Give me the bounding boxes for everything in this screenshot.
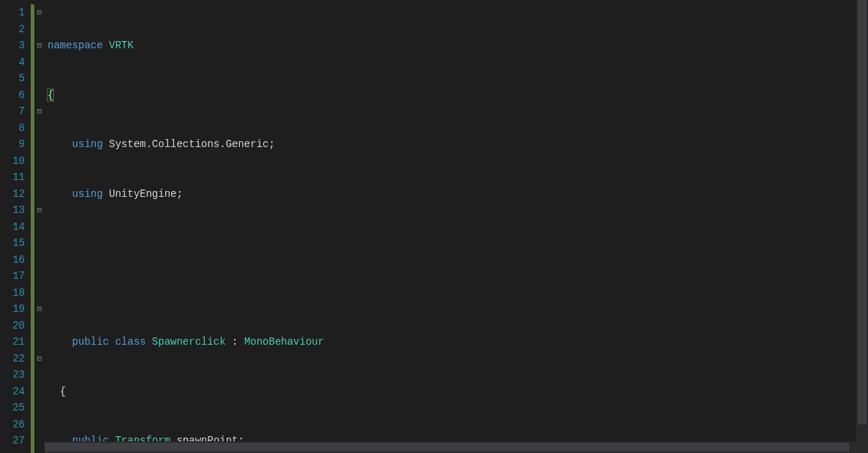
line-number: 22 <box>3 351 25 367</box>
fold-spacer <box>34 285 45 302</box>
base-class: MonoBehaviour <box>244 336 324 348</box>
line-number: 27 <box>3 433 25 449</box>
fold-spacer <box>34 433 45 449</box>
code-line[interactable] <box>48 285 868 302</box>
line-number: 19 <box>3 301 25 318</box>
code-line[interactable]: namespace VRTK <box>48 37 868 54</box>
code-line[interactable] <box>48 235 868 252</box>
line-number: 6 <box>3 87 25 104</box>
line-number: 21 <box>3 334 25 351</box>
line-number: 10 <box>3 153 25 170</box>
line-number: 25 <box>3 400 25 416</box>
line-number: 20 <box>3 318 25 334</box>
brace: { <box>48 89 53 101</box>
line-number: 16 <box>3 252 25 269</box>
line-number: 28 <box>3 449 25 454</box>
keyword: public <box>72 336 109 348</box>
scrollbar-thumb[interactable] <box>45 443 849 452</box>
keyword: using <box>72 138 103 150</box>
fold-spacer <box>34 21 45 38</box>
identifier: UnityEngine; <box>109 188 183 200</box>
line-number: 9 <box>3 136 25 153</box>
fold-spacer <box>34 416 45 433</box>
line-number: 8 <box>3 120 25 137</box>
code-line[interactable]: public class Spawnerclick : MonoBehaviou… <box>48 334 868 351</box>
brace: { <box>60 386 66 397</box>
fold-spacer <box>34 268 45 285</box>
fold-toggle-icon[interactable]: ⊟ <box>34 4 45 21</box>
line-number: 1 <box>3 4 25 21</box>
line-number: 13 <box>3 202 25 219</box>
line-number-gutter: 1234567891011121314151617181920212223242… <box>0 0 31 453</box>
punct: : <box>232 336 238 348</box>
fold-toggle-icon[interactable]: ⊟ <box>34 37 45 54</box>
fold-column[interactable]: ⊟⊟⊟⊟⊟⊟ <box>34 0 45 453</box>
line-number: 23 <box>3 367 25 383</box>
code-line[interactable]: { <box>48 87 868 104</box>
fold-spacer <box>34 153 45 170</box>
fold-spacer <box>34 367 45 383</box>
fold-spacer <box>34 120 45 137</box>
scrollbar-thumb[interactable] <box>858 0 867 424</box>
fold-spacer <box>34 219 45 236</box>
fold-spacer <box>34 186 45 203</box>
code-line[interactable]: using UnityEngine; <box>48 186 868 203</box>
fold-toggle-icon[interactable]: ⊟ <box>34 351 45 367</box>
fold-spacer <box>34 54 45 71</box>
fold-spacer <box>34 169 45 186</box>
keyword: class <box>115 336 146 348</box>
line-number: 12 <box>3 186 25 203</box>
fold-spacer <box>34 235 45 252</box>
fold-spacer <box>34 334 45 351</box>
code-area[interactable]: namespace VRTK { using System.Collection… <box>45 0 868 453</box>
line-number: 17 <box>3 268 25 285</box>
vertical-scrollbar[interactable] <box>856 0 868 453</box>
line-number: 3 <box>3 37 25 54</box>
horizontal-scrollbar[interactable] <box>45 441 856 453</box>
fold-spacer <box>34 449 45 454</box>
fold-spacer <box>34 318 45 334</box>
line-number: 24 <box>3 383 25 400</box>
keyword: namespace <box>48 40 103 51</box>
line-number: 7 <box>3 103 25 120</box>
line-number: 5 <box>3 70 25 87</box>
line-number: 2 <box>3 21 25 38</box>
line-number: 14 <box>3 219 25 236</box>
fold-spacer <box>34 383 45 400</box>
fold-spacer <box>34 70 45 87</box>
fold-spacer <box>34 136 45 153</box>
line-number: 4 <box>3 54 25 71</box>
identifier: System.Collections.Generic; <box>109 138 275 150</box>
class-name: Spawnerclick <box>152 336 226 348</box>
fold-toggle-icon[interactable]: ⊟ <box>34 301 45 318</box>
fold-toggle-icon[interactable]: ⊟ <box>34 103 45 120</box>
line-number: 18 <box>3 285 25 302</box>
fold-spacer <box>34 87 45 104</box>
line-number: 26 <box>3 416 25 433</box>
fold-spacer <box>34 252 45 269</box>
code-editor[interactable]: 1234567891011121314151617181920212223242… <box>0 0 868 453</box>
fold-spacer <box>34 400 45 416</box>
line-number: 15 <box>3 235 25 252</box>
code-line[interactable]: using System.Collections.Generic; <box>48 136 868 153</box>
fold-toggle-icon[interactable]: ⊟ <box>34 202 45 219</box>
line-number: 11 <box>3 169 25 186</box>
keyword: using <box>72 188 103 200</box>
namespace-name: VRTK <box>109 40 134 51</box>
code-line[interactable]: { <box>48 383 868 400</box>
